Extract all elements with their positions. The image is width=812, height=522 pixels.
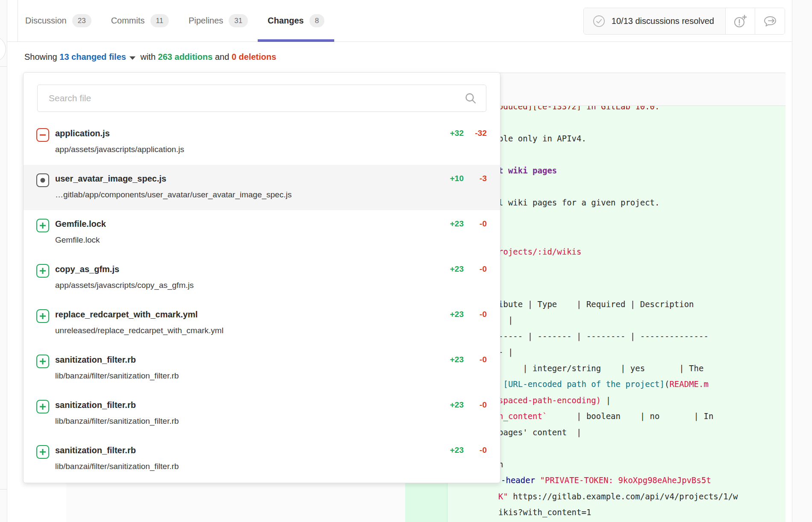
changed-file-row[interactable]: user_avatar_image_spec.js …gitlab/app/co… [24,165,500,210]
file-deletions: -0 [464,310,487,319]
tab-pipelines-label: Pipelines [188,16,223,26]
summary-additions: 263 additions [158,52,213,62]
file-name: copy_as_gfm.js [55,263,438,276]
diff-code-line: spaced-path-encoding) | [498,395,611,406]
diff-code-line: -header "PRIVATE-TOKEN: 9koXpg98eAheJpvB… [501,475,711,486]
changed-file-row[interactable]: replace_redcarpet_with_cmark.yml unrelea… [24,301,500,346]
tab-discussion[interactable]: Discussion 23 [25,0,101,41]
plus-file-icon [36,219,49,232]
diff-code-line: K" https://gitlab.example.com/api/v4/pro… [498,491,738,502]
diff-code-line: ikis?with_content=1 [498,507,591,518]
diff-code-line: pages' content | [498,427,581,438]
file-deletions: -0 [464,219,487,229]
resolve-in-new-issue-button[interactable] [726,8,755,34]
changed-file-row[interactable]: Gemfile.lock Gemfile.lock +23 -0 [24,210,500,255]
file-name: Gemfile.lock [55,217,438,230]
file-deletions: -32 [464,129,487,138]
file-name: application.js [55,127,438,140]
file-deletions: -0 [464,355,487,364]
file-path: lib/banzai/filter/sanitization_filter.rb [55,460,438,472]
file-path: lib/banzai/filter/sanitization_filter.rb [55,370,438,382]
summary-showing-text: Showing [24,52,59,62]
file-additions: +23 [438,264,464,274]
diff-code-line: | integer/string | yes | The [498,363,703,374]
tab-discussion-label: Discussion [25,16,67,26]
changed-file-row[interactable]: sanitization_filter.rb lib/banzai/filter… [24,391,500,437]
plus-file-icon [36,264,49,278]
file-name: sanitization_filter.rb [55,353,438,366]
tab-changes-label: Changes [268,16,303,26]
file-path: app/assets/javascripts/copy_as_gfm.js [55,279,438,291]
summary-and-text: and [212,52,231,62]
dot-file-icon [36,173,49,187]
file-path: …gitlab/app/components/user_avatar/user_… [55,189,438,201]
tab-commits[interactable]: Commits 11 [101,0,179,41]
file-name: user_avatar_image_spec.js [55,172,438,185]
rail-divider-top [0,66,7,67]
file-deletions: -0 [464,400,487,410]
file-name: replace_redcarpet_with_cmark.yml [55,308,438,321]
discussions-resolved-status: 10/13 discussions resolved [584,8,726,34]
diff-code-line: ble only in APIv4. [498,133,586,144]
changed-file-row[interactable]: copy_as_gfm.js app/assets/javascripts/co… [24,255,500,301]
file-additions: +10 [438,174,464,183]
chevron-down-icon[interactable] [129,56,135,60]
file-path: app/assets/javascripts/application.js [55,144,438,155]
discussions-resolve-group: 10/13 discussions resolved [583,8,785,35]
minus-file-icon [36,128,49,142]
plus-file-icon [36,400,49,413]
changed-files-dropdown-panel: application.js app/assets/javascripts/ap… [23,72,500,483]
page-right-background [792,0,812,522]
file-path: Gemfile.lock [55,234,438,246]
plus-file-icon [36,445,49,459]
jump-to-next-discussion-button[interactable] [755,8,785,34]
tab-commits-label: Commits [111,16,145,26]
changed-file-row[interactable]: sanitization_filter.rb lib/banzai/filter… [24,346,500,391]
discussions-resolved-text: 10/13 discussions resolved [612,16,714,26]
diff-code-line: rojects/:id/wikis [498,246,581,257]
diff-code-line: ibute | Type | Required | Description [498,299,694,310]
search-icon [465,92,477,106]
diff-code-line: t wiki pages [498,165,557,176]
summary-deletions: 0 deletions [232,52,276,62]
tab-discussion-count-badge: 23 [72,14,91,27]
file-additions: +23 [438,400,464,410]
changed-file-row[interactable]: application.js app/assets/javascripts/ap… [24,120,500,165]
file-additions: +23 [438,355,464,364]
diff-code-line: | [498,315,513,326]
file-name: sanitization_filter.rb [55,399,438,411]
file-deletions: -0 [464,264,487,274]
tab-pipelines[interactable]: Pipelines 31 [179,0,258,41]
diff-code-line: - | [498,347,513,358]
tab-changes-count-badge: 8 [309,14,324,27]
file-additions: +23 [438,219,464,229]
tab-pipelines-count-badge: 31 [229,14,248,27]
file-additions: +23 [438,446,464,455]
file-deletions: -3 [464,174,487,183]
file-additions: +32 [438,129,464,138]
changed-files-summary: Showing 13 changed files with 263 additi… [0,42,792,72]
diff-code-line: h_content` | boolean | no | In [498,411,713,422]
file-additions: +23 [438,310,464,319]
tab-commits-count-badge: 11 [150,14,169,27]
diff-code-line: ----- | ------- | -------- | -----------… [498,331,709,342]
plus-file-icon [36,309,49,323]
summary-with-text: with [138,52,158,62]
check-circle-icon [592,15,606,28]
changed-files-dropdown-link[interactable]: 13 changed files [59,52,126,62]
diff-code-line: l wiki pages for a given project. [498,197,660,208]
tab-changes[interactable]: Changes 8 [258,0,334,41]
diff-code-line: [URL-encoded path of the project](README… [498,379,709,390]
file-search [37,85,486,112]
comment-next-icon [762,14,778,29]
file-name: sanitization_filter.rb [55,444,438,457]
changed-file-row[interactable]: sanitization_filter.rb lib/banzai/filter… [24,437,500,482]
new-issue-icon [733,14,747,29]
file-path: unreleased/replace_redcarpet_with_cmark.… [55,325,438,337]
plus-file-icon [36,355,49,368]
search-file-input[interactable] [37,85,486,112]
left-page-rail [0,0,7,522]
file-deletions: -0 [464,446,487,455]
file-path: lib/banzai/filter/sanitization_filter.rb [55,415,438,427]
changed-file-list: application.js app/assets/javascripts/ap… [24,120,500,482]
